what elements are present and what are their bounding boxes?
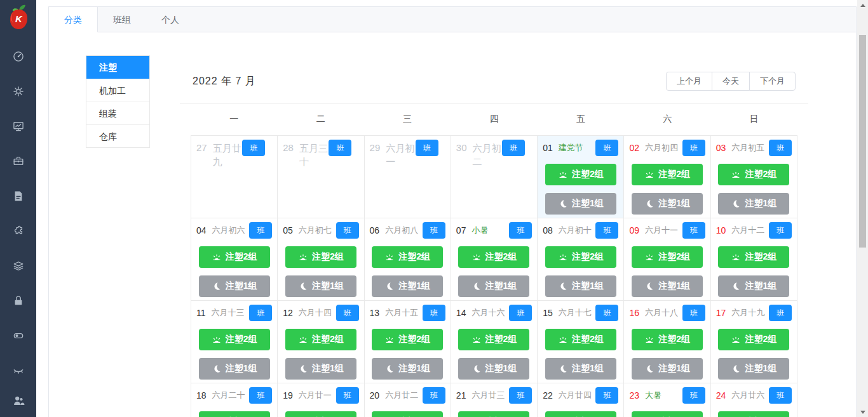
calendar-cell[interactable]: 15六月十七班注塑2组注塑1组 <box>538 301 624 383</box>
day-shift-button[interactable]: 注塑2组 <box>545 329 616 350</box>
night-shift-button[interactable]: 注塑1组 <box>545 193 616 215</box>
shift-badge[interactable]: 班 <box>423 305 445 321</box>
shift-badge[interactable]: 班 <box>249 305 272 321</box>
document-icon[interactable] <box>11 189 25 203</box>
shift-badge[interactable]: 班 <box>336 387 359 404</box>
night-shift-button[interactable]: 注塑1组 <box>545 358 616 380</box>
day-shift-button[interactable]: 注塑2组 <box>632 164 703 185</box>
day-shift-button[interactable]: 注塑2组 <box>285 329 356 350</box>
lock-icon[interactable] <box>11 294 25 308</box>
calendar-cell[interactable]: 16六月十八班注塑2组注塑1组 <box>624 301 710 383</box>
night-shift-button[interactable]: 注塑1组 <box>632 358 703 380</box>
day-shift-button[interactable]: 注塑2组 <box>632 246 703 268</box>
day-shift-button[interactable]: 注塑2组 <box>285 411 356 417</box>
calendar-cell[interactable]: 21六月廿三班注塑2组注塑1组 <box>451 383 538 417</box>
day-shift-button[interactable]: 注塑2组 <box>632 329 703 350</box>
shift-badge[interactable]: 班 <box>416 140 438 156</box>
users-icon[interactable] <box>0 388 36 413</box>
night-shift-button[interactable]: 注塑1组 <box>199 275 270 297</box>
night-shift-button[interactable]: 注塑1组 <box>372 358 443 380</box>
night-shift-button[interactable]: 注塑1组 <box>718 358 789 380</box>
day-shift-button[interactable]: 注塑2组 <box>372 329 443 350</box>
day-shift-button[interactable]: 注塑2组 <box>199 329 270 350</box>
calendar-cell[interactable]: 04六月初六班注塑2组注塑1组 <box>191 218 278 301</box>
calendar-cell[interactable]: 09六月十一班注塑2组注塑1组 <box>624 218 710 301</box>
calendar-cell[interactable]: 13六月十五班注塑2组注塑1组 <box>365 301 451 383</box>
settings-gear-icon[interactable] <box>11 84 25 98</box>
calendar-cell[interactable]: 06六月初八班注塑2组注塑1组 <box>365 218 451 301</box>
dashboard-icon[interactable] <box>11 50 25 63</box>
calendar-cell[interactable]: 17六月十九班注塑2组注塑1组 <box>711 301 797 383</box>
night-shift-button[interactable]: 注塑1组 <box>372 275 443 297</box>
tab-班组[interactable]: 班组 <box>98 7 146 32</box>
day-shift-button[interactable]: 注塑2组 <box>718 164 789 185</box>
shift-badge[interactable]: 班 <box>509 305 532 321</box>
briefcase-icon[interactable] <box>11 154 25 168</box>
calendar-cell[interactable]: 20六月廿二班注塑2组注塑1组 <box>365 383 451 417</box>
eye-closed-icon[interactable] <box>11 364 25 378</box>
tab-分类[interactable]: 分类 <box>49 7 98 32</box>
day-shift-button[interactable]: 注塑2组 <box>718 246 789 268</box>
calendar-cell[interactable]: 30六月初二班 <box>451 136 538 218</box>
shift-badge[interactable]: 班 <box>769 222 792 239</box>
day-shift-button[interactable]: 注塑2组 <box>285 246 356 268</box>
day-shift-button[interactable]: 注塑2组 <box>372 411 443 417</box>
calendar-cell[interactable]: 29六月初一班 <box>365 136 451 218</box>
day-shift-button[interactable]: 注塑2组 <box>199 411 270 417</box>
calendar-cell[interactable]: 01建党节班注塑2组注塑1组 <box>538 136 624 218</box>
shift-badge[interactable]: 班 <box>423 387 445 404</box>
scrollbar-up-arrow[interactable] <box>857 0 868 10</box>
shift-badge[interactable]: 班 <box>329 140 351 156</box>
night-shift-button[interactable]: 注塑1组 <box>285 358 356 380</box>
shift-badge[interactable]: 班 <box>682 305 705 321</box>
shift-badge[interactable]: 班 <box>336 305 359 321</box>
scrollbar-down-arrow[interactable] <box>857 407 868 417</box>
shift-badge[interactable]: 班 <box>595 140 618 156</box>
day-shift-button[interactable]: 注塑2组 <box>458 329 529 350</box>
shift-badge[interactable]: 班 <box>502 140 525 156</box>
prev-month-button[interactable]: 上个月 <box>666 72 712 91</box>
calendar-cell[interactable]: 02六月初四班注塑2组注塑1组 <box>624 136 710 218</box>
night-shift-button[interactable]: 注塑1组 <box>718 275 789 297</box>
day-shift-button[interactable]: 注塑2组 <box>545 246 616 268</box>
monitor-chart-icon[interactable] <box>11 119 25 133</box>
shift-badge[interactable]: 班 <box>595 222 618 239</box>
shift-badge[interactable]: 班 <box>595 305 618 321</box>
night-shift-button[interactable]: 注塑1组 <box>458 358 529 380</box>
day-shift-button[interactable]: 注塑2组 <box>632 411 703 417</box>
day-shift-button[interactable]: 注塑2组 <box>718 329 789 350</box>
calendar-cell[interactable]: 27五月廿九班 <box>191 136 278 218</box>
shift-badge[interactable]: 班 <box>249 387 272 404</box>
category-item[interactable]: 组装 <box>86 102 149 124</box>
calendar-cell[interactable]: 12六月十四班注塑2组注塑1组 <box>278 301 364 383</box>
category-item[interactable]: 机加工 <box>86 79 149 102</box>
calendar-cell[interactable]: 11六月十三班注塑2组注塑1组 <box>191 301 278 383</box>
day-shift-button[interactable]: 注塑2组 <box>458 246 529 268</box>
calendar-cell[interactable]: 28五月三十班 <box>278 136 364 218</box>
scrollbar-thumb[interactable] <box>859 35 866 248</box>
calendar-cell[interactable]: 10六月十二班注塑2组注塑1组 <box>711 218 797 301</box>
next-month-button[interactable]: 下个月 <box>749 72 796 91</box>
calendar-cell[interactable]: 22六月廿四班注塑2组注塑1组 <box>538 383 624 417</box>
day-shift-button[interactable]: 注塑2组 <box>545 164 616 185</box>
shift-badge[interactable]: 班 <box>682 387 705 404</box>
shift-badge[interactable]: 班 <box>249 222 272 239</box>
shift-badge[interactable]: 班 <box>769 140 792 156</box>
shift-badge[interactable]: 班 <box>242 140 265 156</box>
shift-badge[interactable]: 班 <box>509 222 532 239</box>
shift-badge[interactable]: 班 <box>423 222 445 239</box>
tab-个人[interactable]: 个人 <box>146 7 194 32</box>
page-scrollbar[interactable] <box>857 0 868 417</box>
calendar-cell[interactable]: 23大暑班注塑2组注塑1组 <box>624 383 710 417</box>
night-shift-button[interactable]: 注塑1组 <box>632 275 703 297</box>
night-shift-button[interactable]: 注塑1组 <box>458 275 529 297</box>
calendar-cell[interactable]: 03六月初五班注塑2组注塑1组 <box>711 136 797 218</box>
shift-badge[interactable]: 班 <box>769 305 792 321</box>
calendar-cell[interactable]: 18六月二十班注塑2组注塑1组 <box>191 383 278 417</box>
calendar-cell[interactable]: 14六月十六班注塑2组注塑1组 <box>451 301 538 383</box>
category-item[interactable]: 仓库 <box>86 124 149 147</box>
category-item[interactable]: 注塑 <box>86 56 149 79</box>
night-shift-button[interactable]: 注塑1组 <box>718 193 789 215</box>
day-shift-button[interactable]: 注塑2组 <box>199 246 270 268</box>
layers-icon[interactable] <box>11 259 25 273</box>
